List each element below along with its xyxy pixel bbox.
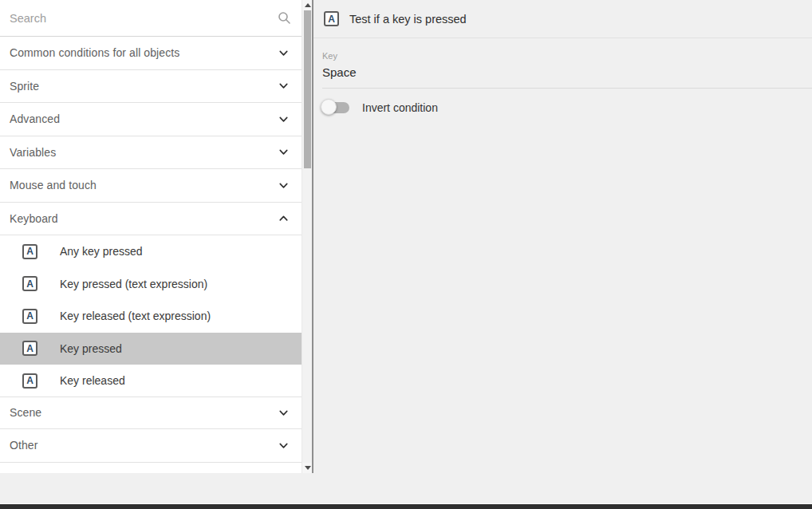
- condition-item-any-key-pressed[interactable]: A Any key pressed: [0, 235, 302, 268]
- chevron-down-icon: [277, 46, 290, 60]
- scroll-down-arrow-icon: [305, 466, 311, 470]
- condition-item-key-pressed-text-expression[interactable]: A Key pressed (text expression): [0, 268, 302, 301]
- condition-detail-panel: A Test if a key is pressed Key Space Inv…: [313, 0, 812, 473]
- chevron-down-icon: [277, 179, 290, 192]
- search-input[interactable]: [10, 12, 277, 25]
- condition-item-label: Key pressed: [60, 342, 122, 355]
- keyboard-key-icon: A: [22, 244, 37, 259]
- chevron-down-icon: [277, 406, 290, 420]
- toggle-thumb: [321, 99, 337, 115]
- keyboard-key-icon: A: [324, 11, 339, 26]
- dialog-footer: [0, 473, 812, 504]
- condition-item-label: Key pressed (text expression): [60, 278, 207, 290]
- category-label: Sprite: [10, 80, 277, 93]
- window-bottom-bar: [0, 503, 812, 509]
- key-field-label: Key: [322, 51, 812, 61]
- sidebar-item-variables[interactable]: Variables: [0, 136, 302, 170]
- category-label: Mouse and touch: [10, 179, 277, 191]
- scrollbar-thumb[interactable]: [304, 10, 311, 168]
- invert-condition-label: Invert condition: [362, 101, 438, 114]
- sidebar-item-keyboard[interactable]: Keyboard: [0, 203, 302, 236]
- condition-editor-dialog: Common conditions for all objects Sprite…: [0, 0, 812, 509]
- chevron-down-icon: [277, 79, 290, 93]
- condition-item-label: Key released: [60, 374, 125, 387]
- chevron-down-icon: [277, 145, 290, 159]
- condition-item-key-released-text-expression[interactable]: A Key released (text expression): [0, 300, 302, 333]
- condition-item-key-released[interactable]: A Key released: [0, 365, 302, 397]
- invert-condition-toggle[interactable]: [321, 99, 351, 116]
- condition-item-label: Any key pressed: [60, 245, 143, 258]
- sidebar-item-mouse-and-touch[interactable]: Mouse and touch: [0, 169, 302, 203]
- keyboard-key-icon: A: [22, 309, 37, 324]
- category-label: Other: [10, 439, 277, 452]
- category-label: Common conditions for all objects: [10, 46, 277, 59]
- search-row: [0, 0, 302, 37]
- category-label: Keyboard: [10, 212, 277, 225]
- scroll-up-arrow-icon: [305, 3, 311, 7]
- sidebar-item-sprite[interactable]: Sprite: [0, 70, 302, 104]
- invert-condition-row: Invert condition: [321, 99, 812, 116]
- key-field[interactable]: Key Space: [322, 51, 812, 89]
- chevron-down-icon: [277, 439, 290, 452]
- sidebar-item-advanced[interactable]: Advanced: [0, 103, 302, 136]
- condition-sidebar: Common conditions for all objects Sprite…: [0, 0, 302, 473]
- search-icon: [277, 10, 292, 26]
- category-label: Variables: [10, 146, 277, 159]
- chevron-up-icon: [277, 211, 290, 225]
- sidebar-scrollbar[interactable]: [302, 0, 312, 473]
- category-label: Advanced: [10, 112, 277, 125]
- condition-item-label: Key released (text expression): [60, 310, 211, 322]
- category-label: Scene: [10, 406, 277, 419]
- condition-title: Test if a key is pressed: [349, 13, 467, 26]
- sidebar-item-other[interactable]: Other: [0, 429, 302, 463]
- keyboard-key-icon: A: [22, 341, 37, 356]
- detail-header: A Test if a key is pressed: [313, 0, 812, 38]
- condition-item-key-pressed[interactable]: A Key pressed: [0, 333, 302, 365]
- key-field-value[interactable]: Space: [322, 65, 812, 79]
- sidebar-item-common-conditions[interactable]: Common conditions for all objects: [0, 37, 302, 70]
- chevron-down-icon: [277, 112, 290, 126]
- keyboard-key-icon: A: [22, 276, 37, 291]
- sidebar-item-scene[interactable]: Scene: [0, 397, 302, 430]
- keyboard-key-icon: A: [22, 373, 37, 389]
